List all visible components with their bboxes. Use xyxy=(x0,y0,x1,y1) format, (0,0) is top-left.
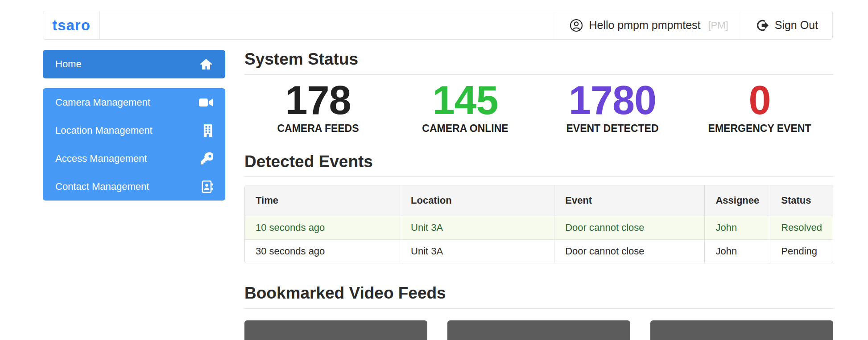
home-icon xyxy=(199,58,213,70)
bookmarked-feeds-row xyxy=(244,320,833,340)
address-book-icon xyxy=(202,180,213,193)
stat-camera-online: 145 CAMERA ONLINE xyxy=(392,80,539,135)
video-feed-placeholder[interactable] xyxy=(244,320,427,340)
stat-label: CAMERA FEEDS xyxy=(244,123,392,135)
stat-value: 0 xyxy=(686,80,833,120)
section-divider xyxy=(244,176,833,177)
stat-label: CAMERA ONLINE xyxy=(392,123,539,135)
building-icon xyxy=(203,124,213,137)
main-content: System Status 178 CAMERA FEEDS 145 CAMER… xyxy=(244,45,833,340)
sidebar-item-label: Contact Management xyxy=(55,181,149,193)
table-row[interactable]: 30 seconds ago Unit 3A Door cannot close… xyxy=(245,240,833,263)
sign-out-label: Sign Out xyxy=(775,19,818,32)
cell-location: Unit 3A xyxy=(400,216,554,240)
column-header-time: Time xyxy=(245,185,400,216)
sidebar-item-camera-management[interactable]: Camera Management xyxy=(43,88,225,116)
column-header-event: Event xyxy=(554,185,705,216)
top-bar: tsaro Hello pmpm pmpmtest [PM] Sign Out xyxy=(43,11,833,40)
key-icon xyxy=(201,152,213,164)
section-divider xyxy=(244,308,833,309)
stat-value: 145 xyxy=(392,80,539,120)
stat-event-detected: 1780 EVENT DETECTED xyxy=(539,80,686,135)
detected-events-table: Time Location Event Assignee Status 10 s… xyxy=(244,185,833,263)
stat-label: EMERGENCY EVENT xyxy=(686,123,833,135)
cell-status: Pending xyxy=(770,240,833,263)
table-row[interactable]: 10 seconds ago Unit 3A Door cannot close… xyxy=(245,216,833,240)
cell-time: 10 seconds ago xyxy=(245,216,400,240)
column-header-location: Location xyxy=(400,185,554,216)
cell-location: Unit 3A xyxy=(400,240,554,263)
stat-value: 178 xyxy=(244,80,392,120)
system-status-heading: System Status xyxy=(244,50,833,74)
sign-out-button[interactable]: Sign Out xyxy=(742,11,832,39)
sidebar-home-label: Home xyxy=(55,58,82,70)
sidebar-nav: Home Camera Management Location Manageme… xyxy=(43,50,225,201)
cell-status: Resolved xyxy=(770,216,833,240)
sidebar-item-access-management[interactable]: Access Management xyxy=(43,144,225,172)
bookmarked-feeds-heading: Bookmarked Video Feeds xyxy=(244,284,833,308)
user-circle-icon xyxy=(570,19,583,32)
system-status-stats: 178 CAMERA FEEDS 145 CAMERA ONLINE 1780 … xyxy=(244,80,833,135)
table-header-row: Time Location Event Assignee Status xyxy=(245,185,833,216)
cell-assignee: John xyxy=(705,216,770,240)
logo-link[interactable]: tsaro xyxy=(43,11,100,39)
section-divider xyxy=(244,74,833,75)
sidebar-item-location-management[interactable]: Location Management xyxy=(43,116,225,144)
video-camera-icon xyxy=(199,98,213,107)
column-header-assignee: Assignee xyxy=(705,185,770,216)
stat-emergency-event: 0 EMERGENCY EVENT xyxy=(686,80,833,135)
cell-event: Door cannot close xyxy=(554,216,705,240)
cell-event: Door cannot close xyxy=(554,240,705,263)
user-greeting: Hello pmpm pmpmtest [PM] xyxy=(556,11,741,39)
stat-camera-feeds: 178 CAMERA FEEDS xyxy=(244,80,392,135)
top-bar-spacer xyxy=(100,11,556,39)
detected-events-heading: Detected Events xyxy=(244,152,833,177)
sidebar-management-group: Camera Management Location Management xyxy=(43,88,225,201)
column-header-status: Status xyxy=(770,185,833,216)
stat-label: EVENT DETECTED xyxy=(539,123,686,135)
sidebar-item-home[interactable]: Home xyxy=(43,50,225,78)
video-feed-placeholder[interactable] xyxy=(447,320,630,340)
cell-time: 30 seconds ago xyxy=(245,240,400,263)
sign-out-icon xyxy=(756,19,769,32)
sidebar-item-label: Camera Management xyxy=(55,97,150,108)
role-badge: [PM] xyxy=(708,20,728,31)
greeting-text: Hello pmpm pmpmtest xyxy=(589,19,700,32)
sidebar-item-contact-management[interactable]: Contact Management xyxy=(43,172,225,201)
cell-assignee: John xyxy=(705,240,770,263)
stat-value: 1780 xyxy=(539,80,686,120)
sidebar-item-label: Access Management xyxy=(55,153,147,164)
sidebar-item-label: Location Management xyxy=(55,125,153,136)
brand-logo: tsaro xyxy=(52,17,91,34)
video-feed-placeholder[interactable] xyxy=(650,320,833,340)
